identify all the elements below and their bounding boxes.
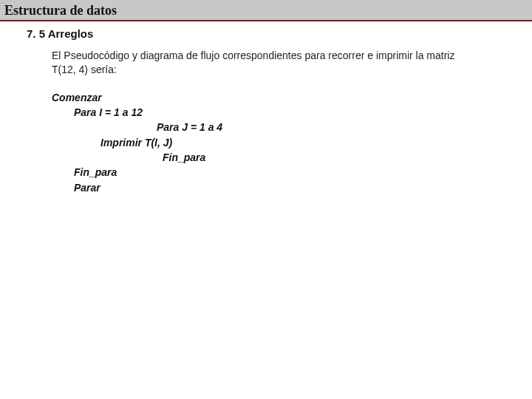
pseudo-line: Imprimir T(I, J)	[52, 135, 525, 150]
pseudo-line: Parar	[52, 180, 525, 195]
section-subtitle: 7. 5 Arreglos	[27, 27, 525, 40]
intro-paragraph: El Pseudocódigo y diagrama de flujo corr…	[27, 49, 477, 77]
pseudo-line: Fin_para	[52, 165, 525, 180]
title-bar: Estructura de datos	[0, 0, 532, 21]
pseudo-line: Fin_para	[52, 150, 525, 165]
pseudo-line: Comenzar	[52, 90, 525, 105]
pseudocode-block: Comenzar Para I = 1 a 12 Para J = 1 a 4 …	[27, 90, 525, 195]
page-title: Estructura de datos	[4, 3, 117, 18]
pseudo-line: Para I = 1 a 12	[52, 105, 525, 120]
pseudo-line: Para J = 1 a 4	[52, 120, 525, 134]
content-area: 7. 5 Arreglos El Pseudocódigo y diagrama…	[0, 21, 532, 202]
